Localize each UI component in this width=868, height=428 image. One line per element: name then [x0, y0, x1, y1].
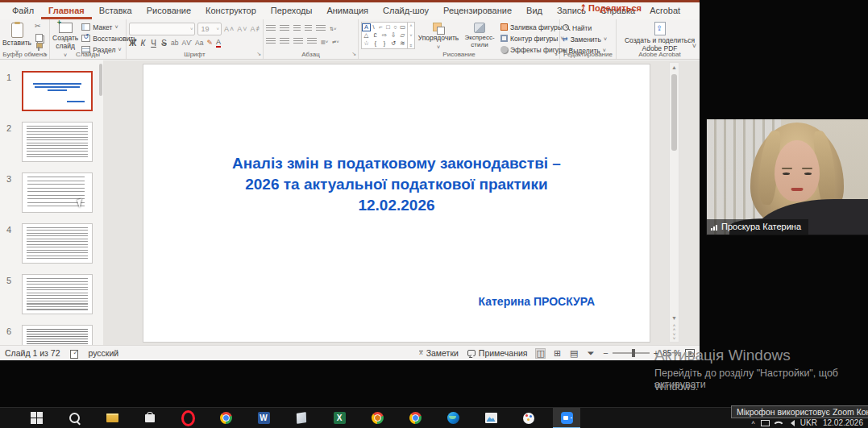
shape-icon[interactable]: ↺ [390, 40, 397, 47]
clipboard-dialog-launcher-icon[interactable]: ↘ [43, 51, 48, 57]
zoom-slider-thumb[interactable] [632, 349, 635, 357]
previous-slide-button[interactable]: ˄˄ [673, 324, 676, 332]
shape-icon[interactable]: ⇩ [390, 32, 397, 39]
slide-thumbnail-5[interactable] [22, 274, 93, 314]
tray-expand-icon[interactable]: ˄ [751, 420, 755, 426]
text-direction-icon[interactable]: ⇅˅ [330, 26, 337, 31]
3d-paper-icon[interactable] [288, 408, 315, 428]
format-painter-icon[interactable] [35, 43, 44, 51]
paint-icon[interactable] [515, 408, 542, 428]
shape-icon[interactable]: △ [363, 32, 370, 39]
shape-icon[interactable]: ≋ [399, 40, 406, 47]
spell-check-icon[interactable] [70, 349, 79, 358]
participant-video[interactable]: Проскура Катерина [707, 119, 868, 235]
comments-button[interactable]: Примечания [467, 348, 528, 358]
tab-transitions[interactable]: Переходы [264, 2, 320, 19]
drawing-dialog-launcher-icon[interactable]: ↘ [553, 51, 558, 57]
slide-thumbnail-2[interactable] [22, 122, 93, 162]
slide-sorter-view-icon[interactable]: ⊞ [554, 349, 561, 358]
file-explorer-icon[interactable] [98, 408, 126, 428]
underline-icon[interactable]: Ч [150, 39, 157, 48]
grow-font-icon[interactable]: А˄ [224, 25, 235, 33]
reading-view-icon[interactable]: ▤ [570, 349, 578, 358]
volume-icon[interactable] [787, 420, 795, 426]
chrome-icon[interactable] [212, 408, 239, 428]
tab-home[interactable]: Главная [41, 2, 92, 19]
shape-icon[interactable]: { [372, 40, 379, 47]
copy-icon[interactable] [35, 33, 44, 41]
tab-animations[interactable]: Анимация [319, 2, 376, 19]
slide-title[interactable]: Аналіз змін в податковому законодавстві … [164, 153, 629, 217]
change-case-icon[interactable]: Аа [195, 39, 204, 47]
opera-icon[interactable] [174, 408, 201, 428]
numbering-icon[interactable] [280, 25, 289, 32]
edge-icon[interactable] [439, 408, 467, 428]
convert-smartart-icon[interactable]: ⇄˅ [332, 39, 339, 44]
highlight-icon[interactable]: ✎ [207, 39, 214, 47]
shrink-font-icon[interactable]: А˅ [237, 25, 247, 33]
editor-scrollbar[interactable]: ▲ ▼ ˄˄ ˅˅ [669, 62, 679, 343]
shape-icon[interactable]: ☆ [363, 40, 370, 47]
increase-indent-icon[interactable] [305, 25, 312, 32]
tab-file[interactable]: Файл [5, 2, 41, 19]
slide-thumbnail-6[interactable] [22, 325, 93, 345]
line-spacing-icon[interactable] [316, 25, 326, 32]
font-color-icon[interactable]: А [216, 39, 221, 48]
find-button[interactable]: Найти [563, 23, 613, 33]
slide-thumbnail-1[interactable] [22, 71, 93, 111]
tab-review[interactable]: Рецензирование [436, 2, 519, 19]
bullets-icon[interactable] [266, 25, 276, 32]
replace-button[interactable]: ⇄Заменить˅ [563, 34, 613, 44]
tray-date[interactable]: 12.02.2026 [823, 418, 863, 427]
zoom-slider[interactable] [613, 352, 650, 354]
shape-icon[interactable]: A [363, 24, 370, 31]
font-dialog-launcher-icon[interactable]: ↘ [256, 51, 261, 57]
tab-insert[interactable]: Вставка [92, 2, 139, 19]
quick-styles-button[interactable]: Экспресс-стили [462, 22, 497, 49]
keyboard-language[interactable]: UKR [800, 418, 817, 427]
clear-format-icon[interactable]: А҂ [250, 25, 260, 33]
shape-icon[interactable]: ▱ [399, 32, 406, 39]
align-left-icon[interactable] [266, 38, 276, 45]
shapes-gallery[interactable]: A\⌐□○▭△Ꮭ⇨⇩▱☆{}↺≋ ˄˅≡ [361, 22, 415, 49]
tab-view[interactable]: Вид [519, 2, 550, 19]
slideshow-view-icon[interactable]: ⏷ [588, 349, 595, 358]
columns-icon[interactable]: ▥˅ [321, 39, 328, 44]
font-name-combo[interactable]: ˅ [129, 23, 195, 35]
italic-icon[interactable]: К [139, 39, 147, 48]
font-size-combo[interactable]: 19˅ [197, 23, 222, 35]
slide-thumbnail-4[interactable] [22, 223, 93, 264]
display-tray-icon[interactable] [761, 420, 770, 426]
paragraph-dialog-launcher-icon[interactable]: ↘ [351, 51, 356, 57]
normal-view-icon[interactable]: ◫ [536, 349, 544, 358]
cut-icon[interactable] [35, 23, 44, 31]
excel-icon[interactable] [326, 408, 353, 428]
text-shadow-icon[interactable]: АѴ [182, 39, 193, 47]
tab-draw[interactable]: Рисование [139, 2, 198, 19]
shape-icon[interactable]: □ [384, 24, 392, 31]
share-button[interactable]: ⤴ Поделиться [580, 3, 642, 13]
microsoft-store-icon[interactable] [136, 408, 164, 428]
word-icon[interactable] [250, 408, 277, 428]
wifi-icon[interactable] [774, 418, 783, 427]
zoom-app-icon[interactable] [553, 408, 580, 428]
strikethrough-icon[interactable]: S [160, 39, 168, 48]
photos-icon[interactable] [477, 408, 505, 428]
slide-author[interactable]: Катерина ПРОСКУРА [479, 295, 595, 308]
slide-1[interactable]: Аналіз змін в податковому законодавстві … [143, 64, 650, 342]
scroll-down-icon[interactable]: ▼ [671, 314, 677, 323]
character-spacing-icon[interactable]: ab [171, 39, 178, 47]
tab-design[interactable]: Конструктор [198, 2, 264, 19]
shape-icon[interactable]: Ꮭ [372, 32, 379, 39]
collapse-ribbon-icon[interactable]: ˅ [692, 42, 696, 50]
shape-icon[interactable]: \ [370, 24, 377, 31]
chrome-profile-icon[interactable] [363, 408, 391, 428]
shapes-gallery-scroll[interactable]: ˄˅≡ [407, 23, 414, 48]
next-slide-button[interactable]: ˅˅ [673, 333, 676, 341]
tab-acrobat[interactable]: Acrobat [642, 2, 687, 19]
shape-icon[interactable]: ○ [392, 24, 399, 31]
create-pdf-button[interactable]: Создать и поделиться Adobe PDF [619, 22, 700, 52]
scrollbar-thumb[interactable] [671, 74, 677, 151]
bold-icon[interactable]: Ж [129, 39, 136, 48]
shape-icon[interactable]: } [381, 40, 388, 47]
